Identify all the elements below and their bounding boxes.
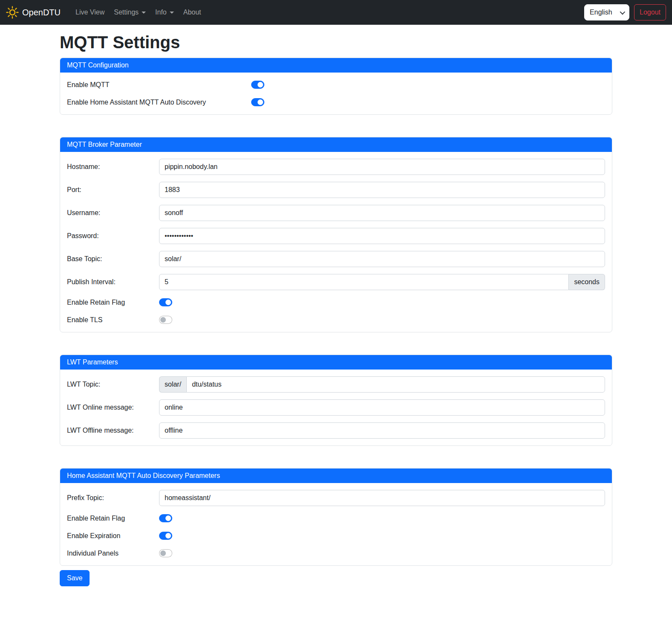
publish-interval-row: Publish Interval: seconds [67,274,605,290]
enable-ha-discovery-row: Enable Home Assistant MQTT Auto Discover… [67,97,605,108]
hostname-input[interactable] [159,159,605,175]
password-input[interactable] [159,228,605,244]
caret-down-icon [170,12,174,14]
card-body: LWT Topic: solar/ LWT Online message: LW… [60,370,612,445]
brand[interactable]: OpenDTU [6,6,61,19]
caret-down-icon [142,12,146,14]
username-input[interactable] [159,205,605,221]
main-content: MQTT Settings MQTT Configuration Enable … [55,33,617,595]
lwt-online-label: LWT Online message: [67,404,159,411]
toggle-knob [165,533,171,539]
nav-item-label: Settings [114,9,139,16]
retain-flag-label: Enable Retain Flag [67,299,159,306]
retain-flag-row: Enable Retain Flag [67,297,605,308]
port-row: Port: [67,182,605,198]
toggle-knob [165,300,171,305]
hostname-row: Hostname: [67,159,605,175]
individual-panels-label: Individual Panels [67,550,159,557]
publish-interval-input[interactable] [159,274,569,290]
enable-mqtt-toggle[interactable] [251,81,264,89]
tls-label: Enable TLS [67,316,159,324]
card-header: LWT Parameters [60,355,612,370]
lwt-offline-label: LWT Offline message: [67,427,159,434]
base-topic-input[interactable] [159,251,605,267]
base-topic-row: Base Topic: [67,251,605,267]
retain-flag-toggle[interactable] [159,298,172,306]
ha-expiration-label: Enable Expiration [67,532,159,540]
lwt-topic-prefix: solar/ [159,376,186,393]
port-input[interactable] [159,182,605,198]
mqtt-broker-card: MQTT Broker Parameter Hostname: Port: Us… [60,137,612,332]
card-header: Home Assistant MQTT Auto Discovery Param… [60,469,612,483]
ha-expiration-row: Enable Expiration [67,530,605,541]
username-row: Username: [67,205,605,221]
port-label: Port: [67,186,159,194]
language-select-value: English [590,9,612,16]
ha-expiration-toggle[interactable] [159,532,172,540]
toggle-knob [160,317,166,323]
nav-item-label: About [183,9,201,16]
nav-item-label: Info [155,9,167,16]
card-body: Hostname: Port: Username: Password: Base… [60,152,612,332]
ha-retain-label: Enable Retain Flag [67,515,159,522]
enable-mqtt-row: Enable MQTT [67,79,605,90]
tls-row: Enable TLS [67,314,605,325]
toggle-knob [258,82,263,87]
lwt-offline-input[interactable] [159,422,605,439]
card-body: Prefix Topic: Enable Retain Flag Enable … [60,483,612,565]
toggle-knob [165,515,171,521]
prefix-topic-label: Prefix Topic: [67,494,159,502]
lwt-online-row: LWT Online message: [67,399,605,416]
toggle-knob [160,550,166,556]
nav-item-label: Live View [75,9,104,16]
language-select[interactable]: English [584,4,629,20]
lwt-topic-label: LWT Topic: [67,381,159,388]
password-row: Password: [67,228,605,244]
logout-button[interactable]: Logout [634,4,666,20]
lwt-online-input[interactable] [159,399,605,416]
lwt-topic-input[interactable] [186,376,605,393]
nav-item-info[interactable]: Info [151,5,179,20]
nav-item-settings[interactable]: Settings [109,5,151,20]
nav-links: Live View Settings Info About [71,5,206,20]
individual-panels-toggle[interactable] [159,549,172,557]
hostname-label: Hostname: [67,163,159,171]
navbar: OpenDTU Live View Settings Info About En… [0,0,672,25]
card-header: MQTT Configuration [60,58,612,73]
ha-retain-row: Enable Retain Flag [67,513,605,524]
page-title: MQTT Settings [60,33,612,52]
enable-ha-discovery-toggle[interactable] [251,98,264,106]
username-label: Username: [67,209,159,217]
lwt-card: LWT Parameters LWT Topic: solar/ LWT Onl… [60,355,612,446]
lwt-offline-row: LWT Offline message: [67,422,605,439]
tls-toggle[interactable] [159,316,172,324]
card-body: Enable MQTT Enable Home Assistant MQTT A… [60,73,612,114]
sun-logo-icon [6,6,19,19]
card-header: MQTT Broker Parameter [60,137,612,152]
ha-retain-toggle[interactable] [159,514,172,522]
ha-discovery-card: Home Assistant MQTT Auto Discovery Param… [60,468,612,566]
prefix-topic-row: Prefix Topic: [67,490,605,506]
nav-item-live-view[interactable]: Live View [71,5,109,20]
publish-interval-label: Publish Interval: [67,278,159,286]
nav-item-about[interactable]: About [179,5,206,20]
lwt-topic-row: LWT Topic: solar/ [67,376,605,393]
password-label: Password: [67,232,159,240]
mqtt-configuration-card: MQTT Configuration Enable MQTT Enable Ho… [60,58,612,115]
brand-label: OpenDTU [22,8,61,17]
prefix-topic-input[interactable] [159,490,605,506]
publish-interval-unit: seconds [569,274,605,290]
save-button[interactable]: Save [60,570,90,586]
base-topic-label: Base Topic: [67,255,159,263]
toggle-knob [258,99,263,105]
individual-panels-row: Individual Panels [67,548,605,559]
enable-ha-discovery-label: Enable Home Assistant MQTT Auto Discover… [67,99,251,106]
chevron-down-icon [620,9,626,15]
enable-mqtt-label: Enable MQTT [67,81,251,89]
